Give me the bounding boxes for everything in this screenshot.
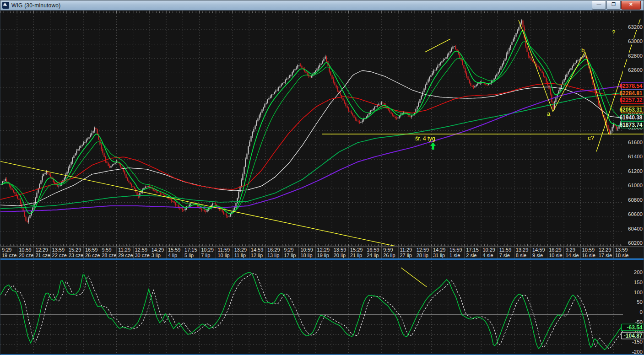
osc-tick-label: 0	[640, 309, 643, 315]
svg-text:-104.87: -104.87	[624, 333, 643, 339]
price-tick-label: 60200	[628, 240, 643, 246]
date-label: 28 lip	[417, 253, 431, 258]
time-label: 14:29	[152, 247, 166, 253]
ma-purple-line	[0, 86, 621, 212]
time-axis-column: 11:2927 lip	[398, 247, 415, 258]
time-axis-column: 9:2917 lip	[282, 247, 298, 258]
svg-text:62284.81: 62284.81	[619, 90, 642, 97]
date-label: 18 sie	[615, 253, 630, 258]
osc-tick-label: 50	[637, 299, 643, 305]
time-axis-column: 10:294 sie	[481, 247, 497, 258]
ma-green-slow-line	[0, 93, 621, 209]
date-label: 12 lip	[251, 253, 265, 258]
ma-green-fast-line-2	[1, 42, 621, 211]
price-tick-label: 61200	[628, 168, 643, 174]
time-axis-column: 13:298 sie	[514, 247, 530, 258]
price-tick-label: 60800	[628, 197, 643, 203]
svg-text:61940.38: 61940.38	[619, 114, 642, 121]
time-axis: 9:2919 cze10:5920 cze12:2921 cze13:5922 …	[0, 246, 644, 258]
ma-white-line	[0, 70, 621, 206]
time-label: 9:29	[565, 247, 580, 253]
date-label: 21 lip	[350, 253, 365, 258]
time-label: 15:29	[350, 247, 365, 253]
time-label: 11:29	[400, 247, 415, 253]
time-label: 16:59	[85, 247, 100, 253]
value-label: 61940.38	[619, 114, 644, 121]
time-label: 14:59	[532, 247, 547, 253]
svg-text:-63.54: -63.54	[627, 324, 642, 331]
ma-red-line	[0, 83, 621, 199]
value-label: 62378.54	[619, 83, 644, 90]
time-axis-column: 13:5918 sie	[613, 247, 630, 258]
value-label: -104.87	[622, 332, 644, 339]
time-axis-column: 16:5924 lip	[365, 247, 381, 258]
short-resistance-line	[425, 39, 450, 52]
time-label: 12:29	[599, 247, 613, 253]
time-label: 17:15	[184, 247, 199, 253]
date-label: 23 cze	[69, 253, 83, 258]
time-label: 11:29	[118, 247, 133, 253]
time-axis-column: 14:2931 lip	[431, 247, 448, 258]
time-label: 14:29	[433, 247, 448, 253]
wave-a-label: a	[547, 110, 551, 117]
svg-text:62378.54: 62378.54	[619, 83, 642, 89]
time-axis-column: 14:599 sie	[530, 247, 547, 258]
value-label: 62053.31	[619, 106, 644, 113]
price-value-labels: 62378.5462284.8162257.3262053.3161940.38…	[619, 83, 644, 128]
price-tick-label: 61600	[628, 140, 643, 145]
date-label: 17 lip	[284, 253, 298, 258]
time-label: 15:29	[69, 247, 83, 253]
time-label: 13:59	[615, 247, 630, 253]
wave-up-b	[553, 52, 585, 112]
date-label: 29 cze	[118, 253, 133, 258]
time-label: 11:59	[217, 247, 232, 253]
price-tick-label: 62600	[628, 67, 643, 73]
ma-green-fast-line-1	[1, 31, 621, 214]
time-label: 9:29	[284, 247, 298, 253]
time-label: 9:59	[383, 247, 398, 253]
date-label: 10 sie	[549, 253, 563, 258]
date-label: 22 cze	[52, 253, 67, 258]
value-label: 61873.74	[619, 121, 644, 128]
time-axis-column: 15:591 sie	[448, 247, 464, 258]
date-label: 19 lip	[317, 253, 332, 258]
date-label: 7 sie	[499, 253, 514, 258]
price-tick-label: 63200	[628, 24, 643, 30]
time-label: 11:59	[499, 247, 514, 253]
date-label: 10 lip	[217, 253, 232, 258]
main-chart-canvas[interactable]: 6320063000628006260062400622006200061800…	[0, 0, 644, 355]
time-axis-column: 10:5918 lip	[298, 247, 315, 258]
time-label: 13:29	[516, 247, 530, 253]
wave-c-label: c?	[588, 134, 594, 141]
time-label: 15:59	[449, 247, 464, 253]
price-tick-label: 61400	[628, 154, 643, 159]
time-label: 10:59	[582, 247, 597, 253]
annotations: śr. 4 tygabc??	[415, 29, 615, 150]
time-label: 13:59	[52, 247, 67, 253]
date-label: 4 lip	[168, 253, 183, 258]
date-label: 18 lip	[300, 253, 315, 258]
date-label: 4 sie	[482, 253, 497, 258]
date-label: 17 sie	[599, 253, 613, 258]
wave-down-c	[585, 52, 609, 134]
date-label: 20 cze	[19, 253, 33, 258]
time-axis-column: 10:297 lip	[199, 247, 216, 258]
osc-tick-label: 150	[634, 280, 643, 285]
date-label: 26 cze	[85, 253, 100, 258]
date-label: 31 lip	[433, 253, 448, 258]
time-axis-column: 16:5926 cze	[83, 247, 100, 258]
osc-tick-label: 100	[634, 290, 643, 295]
time-axis-column: 10:5916 sie	[580, 247, 597, 258]
sr-4-tyg-label: śr. 4 tyg	[415, 135, 435, 142]
date-label: 2 sie	[466, 253, 481, 258]
time-label: 10:59	[300, 247, 315, 253]
question-label: ?	[612, 29, 615, 36]
up-arrow-marker	[430, 142, 436, 150]
date-label: 28 cze	[102, 253, 116, 258]
date-label: 13 lip	[267, 253, 282, 258]
date-label: 8 sie	[516, 253, 530, 258]
svg-text:62257.32: 62257.32	[619, 97, 642, 103]
time-axis-column: 12:5928 lip	[415, 247, 431, 258]
time-label: 13:59	[334, 247, 348, 253]
date-label: 3 lip	[152, 253, 166, 258]
